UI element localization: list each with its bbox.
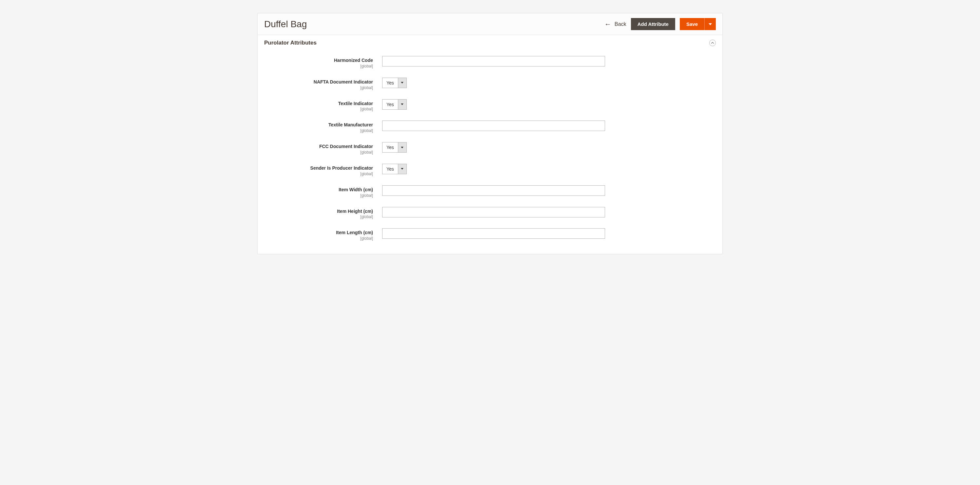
scope-label: [global] xyxy=(284,64,373,68)
input-col: Yes xyxy=(382,142,407,152)
chevron-up-icon xyxy=(711,41,714,44)
chevron-down-icon xyxy=(401,147,404,148)
item-height-input[interactable] xyxy=(382,207,605,217)
field-label: Harmonized Code xyxy=(284,58,373,63)
scope-label: [global] xyxy=(284,150,373,155)
nafta-document-indicator-select[interactable]: Yes xyxy=(382,78,407,88)
harmonized-code-input[interactable] xyxy=(382,56,605,67)
label-col: Item Length (cm) [global] xyxy=(284,228,382,241)
label-col: Textile Indicator [global] xyxy=(284,99,382,112)
sender-is-producer-indicator-select[interactable]: Yes xyxy=(382,164,407,174)
collapse-toggle[interactable] xyxy=(709,40,716,46)
page-title: Duffel Bag xyxy=(264,19,307,30)
purolator-attributes-section: Purolator Attributes Harmonized Code [gl… xyxy=(258,35,722,254)
field-label: Textile Manufacturer xyxy=(284,122,373,128)
select-value: Yes xyxy=(382,164,398,174)
input-col xyxy=(382,56,605,67)
field-item-length: Item Length (cm) [global] xyxy=(264,228,716,241)
input-col xyxy=(382,185,605,196)
field-label: Item Length (cm) xyxy=(284,230,373,235)
select-value: Yes xyxy=(382,100,398,109)
chevron-down-icon xyxy=(709,23,712,25)
input-col: Yes xyxy=(382,164,407,174)
field-label: FCC Document Indicator xyxy=(284,144,373,149)
item-length-input[interactable] xyxy=(382,228,605,239)
field-textile-indicator: Textile Indicator [global] Yes xyxy=(264,99,716,112)
input-col xyxy=(382,228,605,239)
select-dropdown-button[interactable] xyxy=(398,100,406,109)
label-col: Sender Is Producer Indicator [global] xyxy=(284,164,382,176)
scope-label: [global] xyxy=(284,193,373,198)
textile-indicator-select[interactable]: Yes xyxy=(382,99,407,110)
field-label: Item Width (cm) xyxy=(284,187,373,193)
save-dropdown-button[interactable] xyxy=(704,18,716,30)
back-label: Back xyxy=(614,21,626,27)
textile-manufacturer-input[interactable] xyxy=(382,120,605,131)
field-item-width: Item Width (cm) [global] xyxy=(264,185,716,198)
select-value: Yes xyxy=(382,143,398,152)
fcc-document-indicator-select[interactable]: Yes xyxy=(382,142,407,152)
scope-label: [global] xyxy=(284,171,373,176)
select-dropdown-button[interactable] xyxy=(398,164,406,174)
field-harmonized-code: Harmonized Code [global] xyxy=(264,56,716,68)
save-button[interactable]: Save xyxy=(680,18,704,30)
back-button[interactable]: ← Back xyxy=(605,21,626,27)
field-label: Textile Indicator xyxy=(284,101,373,106)
page-header: Duffel Bag ← Back Add Attribute Save xyxy=(258,13,722,35)
item-width-input[interactable] xyxy=(382,185,605,196)
field-label: Sender Is Producer Indicator xyxy=(284,165,373,171)
chevron-down-icon xyxy=(401,103,404,105)
scope-label: [global] xyxy=(284,236,373,241)
field-sender-is-producer-indicator: Sender Is Producer Indicator [global] Ye… xyxy=(264,164,716,176)
select-dropdown-button[interactable] xyxy=(398,143,406,152)
arrow-left-icon: ← xyxy=(605,21,611,27)
input-col: Yes xyxy=(382,78,407,88)
field-nafta-document-indicator: NAFTA Document Indicator [global] Yes xyxy=(264,78,716,90)
select-dropdown-button[interactable] xyxy=(398,78,406,88)
section-header: Purolator Attributes xyxy=(264,40,716,46)
select-value: Yes xyxy=(382,78,398,88)
input-col xyxy=(382,120,605,131)
field-item-height: Item Height (cm) [global] xyxy=(264,207,716,219)
label-col: Item Height (cm) [global] xyxy=(284,207,382,219)
chevron-down-icon xyxy=(401,82,404,84)
label-col: NAFTA Document Indicator [global] xyxy=(284,78,382,90)
field-label: Item Height (cm) xyxy=(284,209,373,214)
input-col: Yes xyxy=(382,99,407,110)
section-title: Purolator Attributes xyxy=(264,40,317,46)
field-label: NAFTA Document Indicator xyxy=(284,79,373,85)
label-col: Textile Manufacturer [global] xyxy=(284,120,382,133)
page-container: Duffel Bag ← Back Add Attribute Save Pur… xyxy=(257,13,723,254)
input-col xyxy=(382,207,605,217)
scope-label: [global] xyxy=(284,107,373,111)
label-col: Item Width (cm) [global] xyxy=(284,185,382,198)
chevron-down-icon xyxy=(401,168,404,170)
scope-label: [global] xyxy=(284,128,373,133)
add-attribute-button[interactable]: Add Attribute xyxy=(631,18,675,30)
field-fcc-document-indicator: FCC Document Indicator [global] Yes xyxy=(264,142,716,155)
label-col: Harmonized Code [global] xyxy=(284,56,382,68)
scope-label: [global] xyxy=(284,86,373,90)
header-actions: ← Back Add Attribute Save xyxy=(605,18,716,30)
scope-label: [global] xyxy=(284,214,373,219)
field-textile-manufacturer: Textile Manufacturer [global] xyxy=(264,120,716,133)
label-col: FCC Document Indicator [global] xyxy=(284,142,382,155)
save-button-group: Save xyxy=(680,18,716,30)
